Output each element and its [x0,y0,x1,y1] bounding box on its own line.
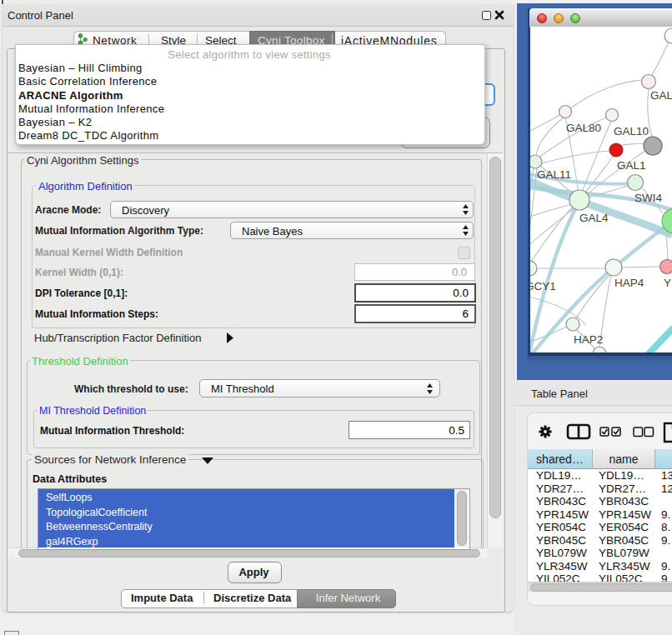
svg-text:GCY1: GCY1 [530,280,556,292]
svg-text:HAP4: HAP4 [614,277,644,289]
svg-text:GAL: GAL [650,89,672,102]
svg-text:GAL10: GAL10 [614,125,649,138]
svg-text:GAL80: GAL80 [566,122,601,134]
svg-text:Y: Y [664,277,671,289]
svg-text:GAL4: GAL4 [579,212,609,224]
svg-text:GAL11: GAL11 [537,168,571,181]
svg-text:HAP2: HAP2 [574,333,603,346]
svg-text:GAL1: GAL1 [617,159,646,172]
svg-text:SWI4: SWI4 [634,192,662,204]
